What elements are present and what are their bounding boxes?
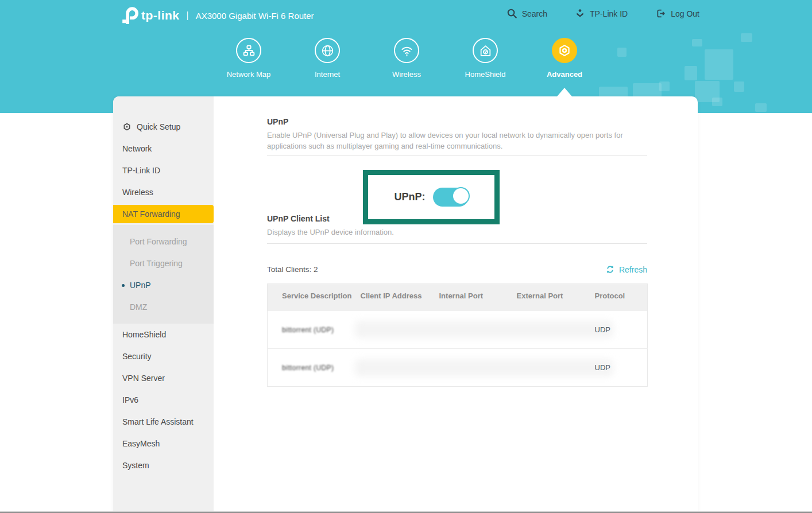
external-port-cell [517, 311, 595, 349]
tab-label: Internet [293, 70, 362, 79]
panel-pointer [557, 88, 572, 96]
service-description-cell: bittorrent (UDP) [268, 349, 361, 387]
logout-label: Log Out [671, 9, 699, 18]
search-label: Search [522, 9, 547, 18]
service-description-cell: bittorrent (UDP) [268, 311, 361, 349]
tab-network-map[interactable]: Network Map [214, 38, 283, 79]
upnp-toggle-label: UPnP: [395, 191, 426, 203]
highlight-annotation-box: UPnP: [363, 170, 500, 224]
tab-label: Network Map [214, 70, 283, 79]
tab-internet[interactable]: Internet [293, 38, 362, 79]
brand-separator: | [187, 10, 189, 21]
client-list-toolbar: Total Clients: 2 Refresh [267, 265, 647, 274]
protocol-cell: UDP [595, 349, 648, 387]
tab-homeshield[interactable]: HomeShield [451, 38, 520, 79]
sidebar-subitem-dmz[interactable]: DMZ [113, 296, 214, 318]
tplink-logo-icon [119, 6, 139, 25]
brand: tp-link | AX3000 Gigabit Wi-Fi 6 Router [119, 6, 314, 25]
client-ip-cell [361, 311, 439, 349]
sidebar-item-security[interactable]: Security [113, 345, 214, 367]
refresh-label: Refresh [619, 265, 647, 274]
decor-square [712, 98, 722, 106]
sidebar-item-network[interactable]: Network [113, 138, 214, 160]
protocol-cell: UDP [595, 311, 648, 349]
sidebar-item-smart-life-assistant[interactable]: Smart Life Assistant [113, 411, 214, 433]
col-internal-port: Internal Port [439, 284, 517, 311]
decor-square [617, 48, 627, 57]
tplink-id-button[interactable]: TP-Link ID [575, 9, 628, 19]
col-external-port: External Port [517, 284, 595, 311]
decor-square [633, 83, 662, 98]
decor-square [705, 49, 733, 80]
refresh-button[interactable]: Refresh [605, 265, 647, 274]
sidebar-item-homeshield[interactable]: HomeShield [113, 324, 214, 345]
brand-name: tp-link [141, 9, 180, 22]
table-row: bittorrent (UDP) UDP [268, 349, 648, 387]
decor-square [685, 66, 697, 80]
tplink-id-icon [575, 9, 585, 19]
tab-label: HomeShield [451, 70, 520, 79]
tab-label: Advanced [530, 70, 599, 79]
refresh-icon [605, 265, 615, 274]
col-service-description: Service Description [268, 284, 361, 311]
table-row: bittorrent (UDP) UDP [268, 311, 648, 349]
main-panel: Quick Setup Network TP-Link ID Wireless … [113, 96, 698, 513]
decor-square [755, 103, 767, 112]
nat-forwarding-submenu: Port Forwarding Port Triggering UPnP DMZ [113, 225, 214, 324]
sidebar-item-tplink-id[interactable]: TP-Link ID [113, 160, 214, 181]
sidebar-subitem-upnp[interactable]: UPnP [113, 274, 214, 296]
table-header-row: Service Description Client IP Address In… [268, 284, 648, 311]
sidebar-item-wireless[interactable]: Wireless [113, 181, 214, 203]
internal-port-cell [439, 311, 517, 349]
router-model: AX3000 Gigabit Wi-Fi 6 Router [196, 11, 314, 21]
upnp-section-title: UPnP [267, 117, 647, 126]
divider [267, 243, 647, 244]
internal-port-cell [439, 349, 517, 387]
client-ip-cell [361, 349, 439, 387]
total-clients-label: Total Clients: 2 [267, 265, 318, 274]
search-button[interactable]: Search [506, 8, 547, 19]
tab-advanced[interactable]: Advanced [530, 38, 599, 79]
tab-wireless[interactable]: Wireless [372, 38, 441, 79]
tplink-id-label: TP-Link ID [590, 9, 628, 18]
upnp-toggle[interactable] [433, 188, 469, 207]
content-area: UPnP Enable UPnP (Universal Plug and Pla… [214, 96, 698, 513]
blurred-service-description: bittorrent (UDP) [282, 364, 334, 372]
decor-square [692, 39, 702, 46]
sidebar-item-label: Quick Setup [137, 116, 180, 138]
tab-label: Wireless [372, 70, 441, 79]
network-map-icon [236, 38, 261, 63]
sidebar-item-vpn-server[interactable]: VPN Server [113, 367, 214, 389]
internet-icon [315, 38, 340, 63]
search-icon [506, 8, 517, 19]
external-port-cell [517, 349, 595, 387]
router-admin-page: tp-link | AX3000 Gigabit Wi-Fi 6 Router … [0, 0, 812, 513]
sidebar-item-ipv6[interactable]: IPv6 [113, 389, 214, 411]
sidebar-item-system[interactable]: System [113, 454, 214, 476]
decor-square [734, 81, 744, 92]
logout-icon [655, 8, 666, 19]
decor-square [659, 81, 670, 91]
header-actions: Search TP-Link ID [506, 8, 699, 19]
gear-icon [552, 38, 577, 63]
decor-square [741, 33, 752, 42]
upnp-client-table: Service Description Client IP Address In… [267, 283, 648, 387]
gear-icon [122, 122, 132, 131]
sidebar-item-nat-forwarding[interactable]: NAT Forwarding [113, 205, 214, 223]
col-protocol: Protocol [595, 284, 648, 311]
client-list-description: Displays the UPnP device information. [267, 227, 647, 238]
wireless-icon [394, 38, 419, 63]
homeshield-icon [473, 38, 498, 63]
sidebar-subitem-port-forwarding[interactable]: Port Forwarding [113, 231, 214, 252]
sidebar-item-easymesh[interactable]: EasyMesh [113, 433, 214, 454]
sidebar: Quick Setup Network TP-Link ID Wireless … [113, 96, 214, 513]
sidebar-item-quick-setup[interactable]: Quick Setup [113, 116, 214, 138]
toggle-knob [452, 187, 470, 205]
sidebar-subitem-port-triggering[interactable]: Port Triggering [113, 252, 214, 274]
upnp-section-description: Enable UPnP (Universal Plug and Play) to… [267, 130, 647, 151]
blurred-service-description: bittorrent (UDP) [282, 326, 334, 334]
logout-button[interactable]: Log Out [655, 8, 699, 19]
divider [267, 155, 647, 156]
col-client-ip: Client IP Address [361, 284, 439, 311]
